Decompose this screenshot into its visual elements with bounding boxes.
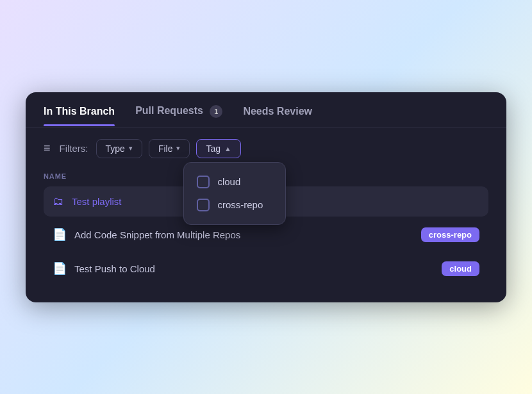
dropdown-item-cloud-label: cloud [217,176,240,187]
filter-file-button[interactable]: File ▾ [149,139,190,158]
filter-type-button[interactable]: Type ▾ [96,139,142,158]
checkbox-cloud[interactable] [197,176,210,188]
tag-badge-cross-repo: cross-repo [421,227,479,242]
chevron-down-icon: ▾ [176,144,180,152]
filter-tag-button[interactable]: Tag ▲ [196,139,240,158]
dropdown-item-cloud[interactable]: cloud [194,170,275,193]
table-row[interactable]: 📄 Test Push to Cloud cloud [44,253,488,284]
tab-needs-review[interactable]: Needs Review [243,106,312,126]
filter-icon: ≡ [44,142,51,155]
row-name-test-playlist: Test playlist [72,196,122,207]
tab-pull-requests[interactable]: Pull Requests 1 [135,105,222,127]
doc-icon: 📄 [53,227,67,242]
dropdown-item-cross-repo-label: cross-repo [217,199,263,210]
doc-icon: 📄 [53,261,67,275]
filter-tag-dropdown-container: Tag ▲ cloud cross-repo [196,139,240,158]
tab-in-this-branch[interactable]: In This Branch [44,106,115,126]
dropdown-item-cross-repo[interactable]: cross-repo [194,193,275,217]
tab-bar: In This Branch Pull Requests 1 Needs Rev… [26,92,506,127]
row-name-test-push-to-cloud: Test Push to Cloud [74,263,155,274]
chevron-down-icon: ▾ [129,144,133,152]
filters-label: Filters: [60,143,88,154]
checkbox-cross-repo[interactable] [197,199,210,211]
main-card: In This Branch Pull Requests 1 Needs Rev… [26,92,506,302]
tag-dropdown-menu: cloud cross-repo [183,162,286,225]
chevron-up-icon: ▲ [224,145,231,152]
tag-badge-cloud: cloud [442,261,479,276]
filters-row: ≡ Filters: Type ▾ File ▾ Tag ▲ cloud [26,127,506,167]
playlist-icon: 🗂 [53,195,64,208]
row-name-add-code-snippet: Add Code Snippet from Multiple Repos [74,229,240,240]
pull-requests-badge: 1 [210,105,222,118]
